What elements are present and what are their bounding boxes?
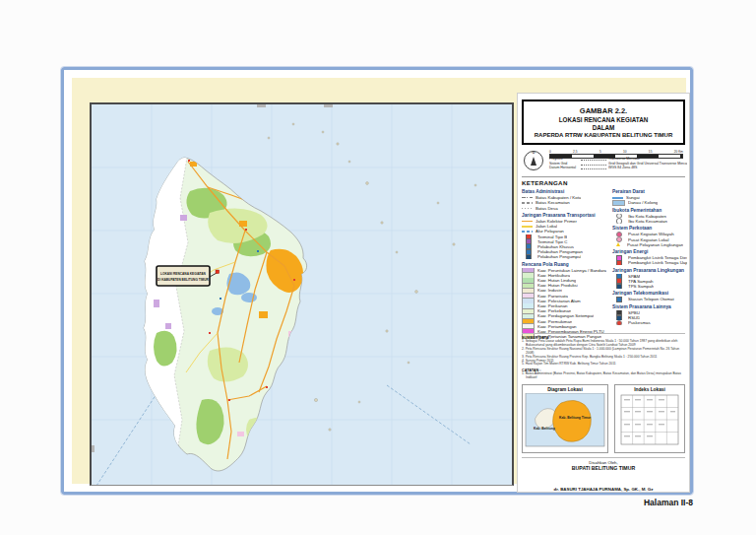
legend-swatch-icon [616, 297, 622, 301]
legend-heading: KETERANGAN [522, 176, 685, 186]
legend-section-title: Jaringan Prasarana Lingkungan [612, 268, 687, 273]
scale-tick: 5 [599, 150, 601, 154]
legend-left-column: Batas Administrasi Batas Kabupaten / Kot… [522, 187, 612, 331]
legend-item: Pelabuhan Pengumpul [522, 254, 612, 259]
legend-swatch-icon [522, 221, 533, 223]
map-mat-frame: LOKASI RENCANA KEGIATAN DI KABUPATEN BEL… [72, 78, 686, 484]
legend-swatch-icon [522, 231, 533, 233]
legend-section-title: Batas Administrasi [522, 189, 612, 194]
projection-info: Proyeksi Transverse Mercator Sistem Grid… [549, 157, 687, 170]
diagram-lokasi-box: Diagram Lokasi Kab. Belitung Kab. Belitu… [522, 384, 608, 453]
legend-swatch-icon [612, 200, 625, 205]
legend-item: Puskesmas [612, 320, 687, 325]
legend-section: Jaringan Energi Pembangkit Listrik Tenag… [612, 249, 687, 265]
figure-title-line1: LOKASI RENCANA KEGIATAN [524, 116, 683, 123]
legend-item: Pembangkit Listrik Tenaga Uap [612, 260, 687, 265]
signature-name: dr. BASURI TJAHAJA PURNAMA, Sp. GK., M. … [552, 487, 656, 493]
legend-swatch-icon [522, 226, 533, 228]
legend-swatch-icon [612, 197, 623, 199]
legend-swatch-icon [526, 254, 532, 259]
map-legend-panel: GAMBAR 2.2. LOKASI RENCANA KEGIATAN DALA… [517, 93, 690, 493]
diagram-lokasi-title: Diagram Lokasi [523, 387, 607, 392]
diagram-lokasi-map: Kab. Belitung Kab. Belitung Timur [524, 393, 606, 448]
legend-item: TPS Sampah [612, 284, 687, 289]
scale-tick: 2,5 [573, 150, 577, 154]
legend-swatch-icon [616, 219, 622, 224]
legend-right-column: Perairan Darat Sungai Danau / Kolong [612, 187, 687, 331]
project-callout-line1: LOKASI RENCANA KEGIATAN [160, 272, 207, 276]
legend-item-label: Batas Desa [536, 206, 558, 211]
legend-item-label: TPS Sampah [628, 284, 654, 289]
project-location-group: LOKASI RENCANA KEGIATAN DI KABUPATEN BEL… [157, 266, 220, 286]
legend-section-title: Sistem Perkotaan [612, 226, 687, 231]
map-title-box: GAMBAR 2.2. LOKASI RENCANA KEGIATAN DALA… [522, 100, 685, 145]
legend-swatch-icon [616, 242, 620, 246]
legend-section-title: Jaringan Prasarana Transportasi [522, 213, 612, 218]
legend-item-list: SPAM TPA Sampah TPS Sampah [612, 274, 687, 290]
diagram-label-east: Kab. Belitung Timur [559, 416, 592, 420]
legend-section-title: Jaringan Energi [612, 249, 687, 254]
legend-item-list: Batas Kabupaten / Kota Batas Kecamatan B… [522, 195, 612, 211]
legend-section-title: Sistem Prasarana Lainnya [612, 304, 687, 309]
legend-section: Rencana Pola Ruang Kaw. Peruntukan Lainn… [522, 262, 612, 340]
scale-tick: 20 Km [674, 150, 683, 154]
map-info-block: U 02,55101520 Km Proyeksi Transverse Mer… [522, 149, 685, 174]
legend-item-list: Kaw. Peruntukan Lainnya / Bandara Kaw. H… [522, 268, 612, 340]
indeks-lokasi-box: Indeks Lokasi [614, 384, 685, 453]
legend-section: Ibukota Pemerintahan Ibu Kota Kabupaten … [612, 208, 687, 224]
figure-title-line3: RAPERDA RTRW KABUPATEN BELITUNG TIMUR [524, 132, 683, 138]
diagram-label-west: Kab. Belitung [534, 427, 555, 431]
legend-section: Batas Administrasi Batas Kabupaten / Kot… [522, 189, 612, 211]
legend-item-list: Stasiun Telepon Otomat [612, 297, 687, 301]
diagram-kab-belitung-timur-shape [553, 400, 592, 441]
legend-swatch-icon [522, 197, 533, 198]
legend-section: Jaringan Telekomunikasi Stasiun Telepon … [612, 291, 687, 301]
legend-swatch-icon [616, 260, 622, 265]
notes-block: SUMBER DATA : 1. Sebagai Peta Dasar adal… [522, 333, 685, 380]
projection-row: Datum Horisontal WGS 84 Zona 48S [549, 166, 687, 170]
inset-boxes-row: Diagram Lokasi Kab. Belitung Kab. Belitu… [522, 384, 685, 455]
figure-title-line2: DALAM [524, 124, 683, 131]
map-canvas: LOKASI RENCANA KEGIATAN DI KABUPATEN BEL… [90, 102, 514, 486]
map-svg: LOKASI RENCANA KEGIATAN DI KABUPATEN BEL… [92, 104, 512, 485]
indeks-lokasi-grid [617, 393, 682, 448]
signature-office: BUPATI BELITUNG TIMUR [522, 465, 685, 471]
legend-section: Jaringan Prasarana Transportasi Jalan Ko… [522, 213, 612, 260]
legend-section: Jaringan Prasarana Lingkungan SPAM TPA S… [612, 268, 687, 290]
report-page: LOKASI RENCANA KEGIATAN DI KABUPATEN BEL… [61, 67, 693, 495]
sumber-data-item: 5. Hasil Kajian Tim Materi RTRW Kab. Bel… [522, 363, 685, 367]
legend-item-list: SPBU RSUD Puskesmas [612, 310, 687, 326]
legend-item-label: Danau / Kolong [628, 200, 658, 205]
legend-swatch-icon [616, 237, 622, 242]
legend-item-list: Sungai Danau / Kolong [612, 195, 687, 205]
legend-item-label: Puskesmas [628, 320, 651, 325]
legend-item-list: Pembangkit Listrik Tenaga Diesel Pembang… [612, 255, 687, 265]
page-number: Halaman II-8 [551, 498, 693, 507]
legend-section: Sistem Prasarana Lainnya SPBU RSUD [612, 304, 687, 326]
legend-item-label: Stasiun Telepon Otomat [628, 297, 674, 301]
north-arrow-icon: U [524, 151, 543, 170]
project-callout-line2: DI KABUPATEN BELITUNG TIMUR [158, 278, 209, 282]
legend-section-title: Jaringan Telekomunikasi [612, 291, 687, 296]
catatan-item: 1. Batas Administrasi (Batas Provinsi, B… [522, 372, 685, 380]
legend-swatch-icon [522, 208, 533, 209]
project-callout-box [157, 266, 210, 286]
legend-item-label: Ibu Kota Kecamatan [628, 219, 667, 224]
legend-section-title: Ibukota Pemerintahan [612, 208, 687, 213]
signature-block: Disahkan Oleh, BUPATI BELITUNG TIMUR dr.… [522, 457, 685, 493]
legend-item: Pusat Pelayanan Lingkungan [612, 242, 687, 247]
scale-tick: 15 [649, 150, 653, 154]
legend-swatch-icon [616, 284, 622, 289]
legend-item: Ibu Kota Kecamatan [612, 219, 687, 224]
legend-section: Perairan Darat Sungai Danau / Kolong [612, 189, 687, 205]
scale-tick: 10 [623, 150, 627, 154]
legend-item: Stasiun Telepon Otomat [612, 297, 687, 301]
legend-section-title: Rencana Pola Ruang [522, 262, 612, 267]
catatan-list: 1. Batas Administrasi (Batas Provinsi, B… [522, 372, 685, 380]
legend-columns: Batas Administrasi Batas Kabupaten / Kot… [522, 187, 687, 331]
legend-item-label: Pembangkit Listrik Tenaga Uap [628, 260, 687, 265]
legend-item: Batas Desa [522, 206, 612, 211]
legend-item-list: Ibu Kota Kabupaten Ibu Kota Kecamatan [612, 214, 687, 224]
figure-number: GAMBAR 2.2. [524, 106, 683, 115]
scale-tick: 0 [549, 150, 551, 154]
